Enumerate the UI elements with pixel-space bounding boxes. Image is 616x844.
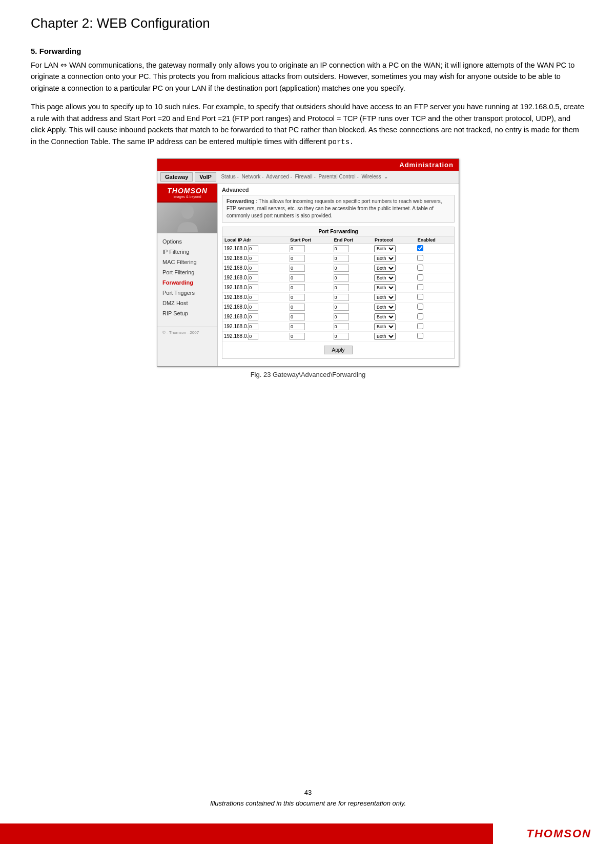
protocol-select[interactable]: BothTCPUDP [374,245,396,252]
ip-last-octet-input[interactable] [248,333,258,340]
sidebar-item-forwarding[interactable]: Forwarding [157,277,217,288]
figure-container: Administration Gateway VoIP Status - Net… [31,158,585,378]
end-port-input[interactable] [334,333,349,340]
sidebar-item-mac-filtering[interactable]: MAC Filtering [157,257,217,267]
enabled-checkbox[interactable] [417,304,423,310]
protocol-select[interactable]: BothTCPUDP [374,255,396,262]
start-port-input[interactable] [290,284,305,291]
protocol-cell: BothTCPUDP [373,253,416,263]
end-port-input[interactable] [334,323,349,330]
enabled-cell [416,312,454,321]
enabled-checkbox[interactable] [417,323,423,329]
end-port-cell [332,273,373,283]
enabled-checkbox[interactable] [417,313,423,319]
sidebar-menu: Options IP Filtering MAC Filtering Port … [157,233,217,321]
apply-button[interactable]: Apply [324,346,352,354]
protocol-select[interactable]: BothTCPUDP [374,284,396,291]
protocol-select[interactable]: BothTCPUDP [374,294,396,301]
start-port-input[interactable] [290,304,305,311]
protocol-select[interactable]: BothTCPUDP [374,304,396,311]
ip-cell: 192.168.0. [222,244,288,253]
enabled-cell [416,253,454,263]
start-port-cell [288,253,332,263]
ip-last-octet-input[interactable] [248,294,258,301]
start-port-input[interactable] [290,323,305,330]
enabled-checkbox[interactable] [417,255,423,261]
col-local-ip: Local IP Adr [222,236,288,244]
start-port-input[interactable] [290,255,305,262]
protocol-select[interactable]: BothTCPUDP [374,274,396,282]
sidebar-item-options[interactable]: Options [157,236,217,247]
ip-cell: 192.168.0. [222,331,288,341]
ip-last-octet-input[interactable] [248,245,258,252]
enabled-checkbox[interactable] [417,284,423,290]
page-number: 43 [0,789,616,796]
protocol-select[interactable]: BothTCPUDP [374,313,396,320]
sidebar-item-port-triggers[interactable]: Port Triggers [157,288,217,298]
forwarding-table: Local IP Adr Start Port End Port Protoco… [222,236,454,341]
ip-cell: 192.168.0. [222,273,288,283]
top-nav: Gateway VoIP Status - Network - Advanced… [157,171,459,184]
ip-last-octet-input[interactable] [248,274,258,282]
nav-links: Status - Network - Advanced - Firewall -… [218,174,388,179]
ip-last-octet-input[interactable] [248,304,258,311]
table-row: 192.168.0.BothTCPUDP [222,292,454,302]
start-port-input[interactable] [290,274,305,282]
protocol-cell: BothTCPUDP [373,273,416,283]
enabled-checkbox[interactable] [417,333,423,339]
col-protocol: Protocol [373,236,416,244]
end-port-input[interactable] [334,313,349,320]
protocol-cell: BothTCPUDP [373,312,416,321]
table-row: 192.168.0.BothTCPUDP [222,331,454,341]
enabled-checkbox[interactable] [417,245,423,251]
gateway-button[interactable]: Gateway [160,172,193,182]
forwarding-label: Forwarding [227,198,254,204]
ip-last-octet-input[interactable] [248,323,258,330]
protocol-cell: BothTCPUDP [373,263,416,273]
voip-button[interactable]: VoIP [195,172,216,182]
protocol-select[interactable]: BothTCPUDP [374,265,396,272]
start-port-input[interactable] [290,265,305,272]
page-container: Chapter 2: WEB Configuration 5. Forwardi… [0,0,616,810]
start-port-input[interactable] [290,245,305,252]
start-port-input[interactable] [290,294,305,301]
end-port-input[interactable] [334,294,349,301]
end-port-cell [332,263,373,273]
end-port-input[interactable] [334,255,349,262]
avatar-svg [175,203,200,233]
ip-cell: 192.168.0. [222,292,288,302]
ip-last-octet-input[interactable] [248,313,258,320]
end-port-cell [332,312,373,321]
protocol-cell: BothTCPUDP [373,302,416,312]
protocol-select[interactable]: BothTCPUDP [374,333,396,340]
end-port-input[interactable] [334,274,349,282]
enabled-checkbox[interactable] [417,265,423,271]
sidebar-item-rip-setup[interactable]: RIP Setup [157,308,217,318]
end-port-cell [332,292,373,302]
sidebar-logo: THOMSON images & beyond [157,184,217,203]
browser-body: THOMSON images & beyond Options IP Filte… [157,184,459,366]
table-row: 192.168.0.BothTCPUDP [222,273,454,283]
end-port-input[interactable] [334,284,349,291]
ip-last-octet-input[interactable] [248,255,258,262]
enabled-checkbox[interactable] [417,294,423,300]
sidebar-item-ip-filtering[interactable]: IP Filtering [157,247,217,257]
sidebar-footer: © - Thomson - 2007 [157,327,217,338]
start-port-input[interactable] [290,313,305,320]
sidebar-item-port-filtering[interactable]: Port Filtering [157,267,217,277]
figure-caption: Fig. 23 Gateway\Advanced\Forwarding [251,371,366,378]
end-port-cell [332,331,373,341]
end-port-input[interactable] [334,265,349,272]
start-port-input[interactable] [290,333,305,340]
ip-last-octet-input[interactable] [248,265,258,272]
sidebar-item-dmz-host[interactable]: DMZ Host [157,298,217,308]
end-port-input[interactable] [334,304,349,311]
ip-cell: 192.168.0. [222,312,288,321]
table-row: 192.168.0.BothTCPUDP [222,263,454,273]
section-name: Forwarding [39,47,81,55]
end-port-input[interactable] [334,245,349,252]
enabled-checkbox[interactable] [417,274,423,280]
ip-last-octet-input[interactable] [248,284,258,291]
protocol-select[interactable]: BothTCPUDP [374,323,396,330]
enabled-cell [416,273,454,283]
